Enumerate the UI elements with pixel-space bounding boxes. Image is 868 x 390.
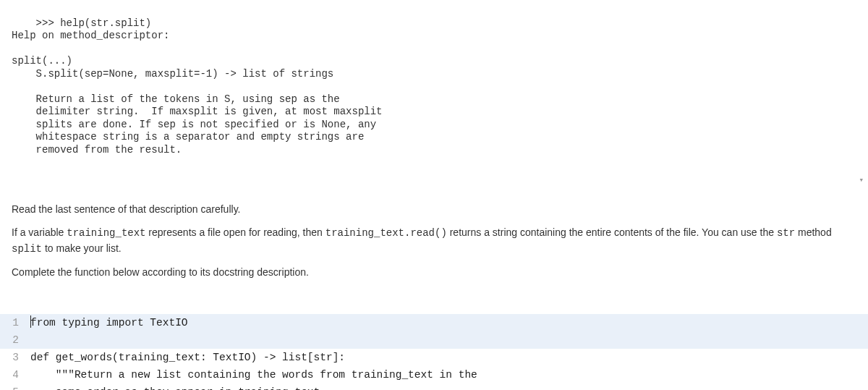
inline-code: str (777, 227, 795, 239)
line-number: 4 (0, 366, 26, 383)
editor-line[interactable]: 1 from typing import TextIO (0, 314, 868, 331)
help-text: >>> help(str.split) Help on method_descr… (12, 17, 382, 156)
inline-code: split (12, 243, 42, 255)
page-root: >>> help(str.split) Help on method_descr… (0, 0, 868, 390)
code-content: from typing import TextIO (30, 317, 188, 328)
code-content: same order as they appear in training_te… (30, 386, 326, 390)
line-number: 2 (0, 331, 26, 349)
text-run: returns a string containing the entire c… (447, 226, 777, 238)
line-number: 1 (0, 314, 26, 331)
line-number: 5 (0, 383, 26, 390)
code-text[interactable]: def get_words(training_text: TextIO) -> … (26, 349, 868, 366)
code-content: def get_words(training_text: TextIO) -> … (30, 352, 345, 363)
editor-line[interactable]: 4 """Return a new list containing the wo… (0, 366, 868, 383)
code-editor[interactable]: 1 from typing import TextIO 2 3 def get_… (0, 314, 868, 390)
instruction-p2: If a variable training_text represents a… (12, 225, 861, 256)
code-text[interactable] (26, 331, 868, 349)
chevron-down-icon[interactable]: ▾ (859, 176, 864, 186)
inline-code: training_text.read() (326, 227, 447, 239)
help-output: >>> help(str.split) Help on method_descr… (0, 0, 868, 189)
editor-line[interactable]: 5 same order as they appear in training_… (0, 383, 868, 390)
line-number: 3 (0, 349, 26, 366)
code-text[interactable]: same order as they appear in training_te… (26, 383, 868, 390)
code-text[interactable]: """Return a new list containing the word… (26, 366, 868, 383)
text-run: method (795, 226, 832, 238)
code-text[interactable]: from typing import TextIO (26, 314, 868, 331)
instruction-p1: Read the last sentence of that descripti… (12, 202, 861, 216)
inline-code: training_text (67, 227, 145, 239)
editor-line[interactable]: 3 def get_words(training_text: TextIO) -… (0, 349, 868, 366)
editor-line[interactable]: 2 (0, 331, 868, 349)
instructions: Read the last sentence of that descripti… (0, 189, 868, 288)
code-content: """Return a new list containing the word… (30, 369, 477, 381)
text-run: to make your list. (42, 242, 122, 254)
text-run: If a variable (12, 226, 67, 238)
instruction-p3: Complete the function below according to… (12, 265, 861, 279)
text-run: represents a file open for reading, then (145, 226, 325, 238)
